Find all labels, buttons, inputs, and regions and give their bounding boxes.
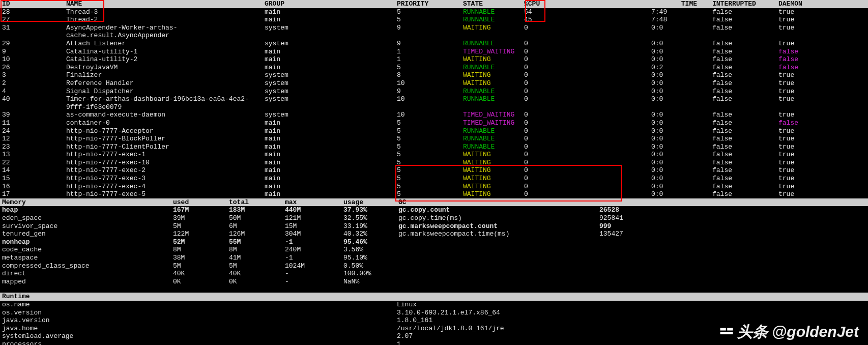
thread-priority: 5 xyxy=(397,166,463,175)
thread-priority: 8 xyxy=(397,71,463,79)
mem-max: -1 xyxy=(285,238,343,246)
thread-daemon: true xyxy=(778,8,840,16)
thread-cpu: 0 xyxy=(524,175,595,183)
thread-time: 0:0 xyxy=(595,71,712,79)
thread-interrupted: false xyxy=(712,55,778,64)
mem-max: 121M xyxy=(285,214,343,222)
thread-priority: 9 xyxy=(397,88,463,96)
thread-daemon: true xyxy=(778,127,840,135)
col-header-interrupted: INTERRUPTED xyxy=(712,0,778,8)
gc-value: 999 xyxy=(599,222,701,231)
thread-priority: 5 xyxy=(397,64,463,72)
thread-daemon: true xyxy=(778,71,840,79)
threads-body: 28Thread-3main5RUNNABLE547:49falsetrue27… xyxy=(0,8,868,198)
thread-time: 0:0 xyxy=(595,127,712,135)
mem-total: 40K xyxy=(229,270,285,278)
mem-used: 122M xyxy=(173,230,229,238)
thread-priority: 1 xyxy=(397,55,463,64)
thread-interrupted: false xyxy=(712,151,778,159)
mem-gc-body: heap167M183M440M37.93%gc.copy.count26528… xyxy=(0,206,868,285)
thread-row: 15http-nio-7777-exec-3main5WAITING00:0fa… xyxy=(0,175,868,183)
thread-daemon: true xyxy=(778,166,840,175)
thread-name: http-nio-7777-Acceptor xyxy=(66,127,265,135)
thread-cpu: 0 xyxy=(524,71,595,79)
mem-usage: 3.56% xyxy=(343,246,398,254)
mem-used: 52M xyxy=(173,238,229,246)
thread-name: Catalina-utility-2 xyxy=(66,55,265,64)
thread-name: http-nio-7777-ClientPoller xyxy=(66,143,265,151)
thread-time: 0:0 xyxy=(595,135,712,143)
mem-max: 1024M xyxy=(285,262,343,270)
mem-used: 38M xyxy=(173,254,229,262)
thread-daemon: true xyxy=(778,151,840,159)
thread-state: RUNNABLE xyxy=(463,143,524,151)
thread-priority: 5 xyxy=(397,151,463,159)
runtime-row: os.nameLinux xyxy=(0,301,868,309)
thread-group: main xyxy=(265,8,397,16)
mem-gc-row: survivor_space5M6M15M33.19%gc.marksweepc… xyxy=(0,222,868,231)
thread-interrupted: false xyxy=(712,71,778,79)
runtime-key: os.version xyxy=(0,309,397,317)
mem-gc-header-row: Memory used total max usage GC xyxy=(0,198,868,207)
runtime-value: Linux xyxy=(397,301,868,309)
mem-used: 8M xyxy=(173,246,229,254)
mem-max: - xyxy=(285,270,343,278)
thread-row: 12http-nio-7777-BlockPollermain5RUNNABLE… xyxy=(0,135,868,143)
thread-state: WAITING xyxy=(463,175,524,183)
gc-header: GC xyxy=(398,198,599,207)
thread-id: 29 xyxy=(0,40,66,48)
thread-name: DestroyJavaVM xyxy=(66,64,265,72)
mem-label: code_cache xyxy=(0,246,173,254)
thread-time: 0:0 xyxy=(595,151,712,159)
thread-cpu: 0 xyxy=(524,166,595,175)
col-header-group: GROUP xyxy=(265,0,397,8)
col-header-state: STATE xyxy=(463,0,524,8)
thread-priority: 5 xyxy=(397,143,463,151)
mem-usage: 0.50% xyxy=(343,262,398,270)
thread-daemon: true xyxy=(778,16,840,24)
svg-rect-0 xyxy=(720,328,726,331)
thread-priority: 1 xyxy=(397,48,463,56)
thread-group: main xyxy=(265,159,397,167)
watermark: 头条 @goldenJet xyxy=(719,323,859,341)
thread-id: 23 xyxy=(0,143,66,151)
thread-id: 39 xyxy=(0,111,66,119)
thread-daemon: true xyxy=(778,24,840,40)
mem-used: 0K xyxy=(173,278,229,286)
thread-id: 15 xyxy=(0,175,66,183)
thread-group: main xyxy=(265,143,397,151)
thread-name: Signal Dispatcher xyxy=(66,88,265,96)
thread-group: main xyxy=(265,64,397,72)
thread-name: Attach Listener xyxy=(66,40,265,48)
runtime-key: java.home xyxy=(0,325,397,333)
thread-id: 14 xyxy=(0,166,66,175)
thread-priority: 5 xyxy=(397,127,463,135)
thread-cpu: 0 xyxy=(524,159,595,167)
runtime-value: 1 xyxy=(397,340,868,345)
thread-name: Catalina-utility-1 xyxy=(66,48,265,56)
svg-rect-1 xyxy=(727,328,733,331)
thread-state: RUNNABLE xyxy=(463,40,524,48)
col-header-priority: PRIORITY xyxy=(397,0,463,8)
thread-group: main xyxy=(265,175,397,183)
thread-time: 0:0 xyxy=(595,111,712,119)
thread-id: 11 xyxy=(0,119,66,127)
thread-row: 2Reference Handlersystem10WAITING00:0fal… xyxy=(0,79,868,88)
watermark-text: 头条 @goldenJet xyxy=(737,323,859,341)
thread-time: 0:0 xyxy=(595,119,712,127)
gc-value: 135427 xyxy=(599,230,701,238)
thread-interrupted: false xyxy=(712,175,778,183)
runtime-row: os.version3.10.0-693.21.1.el7.x86_64 xyxy=(0,309,868,317)
thread-name: http-nio-7777-BlockPoller xyxy=(66,135,265,143)
mem-usage: 37.93% xyxy=(343,206,398,214)
thread-daemon: true xyxy=(778,88,840,96)
mem-max: 240M xyxy=(285,246,343,254)
thread-time: 0:0 xyxy=(595,175,712,183)
mem-label: compressed_class_space xyxy=(0,262,173,270)
thread-interrupted: false xyxy=(712,190,778,198)
runtime-header: Runtime xyxy=(0,293,397,301)
thread-id: 16 xyxy=(0,183,66,191)
thread-interrupted: false xyxy=(712,24,778,40)
thread-state: WAITING xyxy=(463,24,524,40)
thread-time: 0:0 xyxy=(595,183,712,191)
